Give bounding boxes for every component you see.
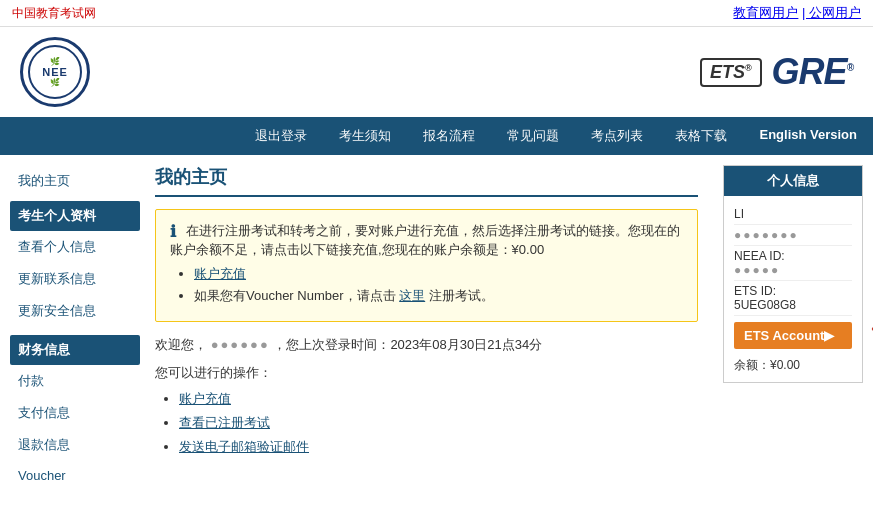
sidebar-section-personal[interactable]: 考生个人资料 xyxy=(10,201,140,231)
ops-send-email-link[interactable]: 发送电子邮箱验证邮件 xyxy=(179,439,309,454)
nav-test-centers[interactable]: 考点列表 xyxy=(575,117,659,155)
info-row-email: ●●●●●●● xyxy=(734,225,852,246)
ops-item-recharge: 账户充值 xyxy=(179,390,698,408)
logo-right: ETS® GRE® xyxy=(700,51,853,93)
sidebar-item-view-info[interactable]: 查看个人信息 xyxy=(10,231,140,263)
personal-info-body: LI ●●●●●●● NEEA ID: ●●●●● ETS ID: 5UEG08… xyxy=(724,196,862,382)
recharge-link[interactable]: 账户充值 xyxy=(194,266,246,281)
user-name-masked: ●●●●●● xyxy=(211,337,270,352)
info-box-text: 在进行注册考试和转考之前，要对账户进行充值，然后选择注册考试的链接。您现在的账户… xyxy=(170,223,680,257)
sidebar-item-payment[interactable]: 付款 xyxy=(10,365,140,397)
nav-faq[interactable]: 常见问题 xyxy=(491,117,575,155)
info-box: ℹ 在进行注册考试和转考之前，要对账户进行充值，然后选择注册考试的链接。您现在的… xyxy=(155,209,698,322)
nav-logout[interactable]: 退出登录 xyxy=(239,117,323,155)
user-name: LI xyxy=(734,207,744,221)
info-box-item-voucher: 如果您有Voucher Number，请点击 这里 注册考试。 xyxy=(194,287,683,305)
ops-view-exams-link[interactable]: 查看已注册考试 xyxy=(179,415,270,430)
ets-id-value: 5UEG08G8 xyxy=(734,298,796,312)
sidebar-item-update-security[interactable]: 更新安全信息 xyxy=(10,295,140,327)
ops-title: 您可以进行的操作： xyxy=(155,364,698,382)
page-title: 我的主页 xyxy=(155,165,698,197)
logo-area: 🌿 NEE 🌿 ETS® GRE® xyxy=(0,27,873,117)
sidebar-item-update-contact[interactable]: 更新联系信息 xyxy=(10,263,140,295)
nav-downloads[interactable]: 表格下载 xyxy=(659,117,743,155)
info-box-item-recharge: 账户充值 xyxy=(194,265,683,283)
ets-logo: ETS® xyxy=(700,58,762,87)
neea-id-masked: ●●●●● xyxy=(734,263,780,277)
info-row-name: LI xyxy=(734,204,852,225)
top-bar-links: 教育网用户 | 公网用户 xyxy=(733,4,861,22)
neea-id-label: NEEA ID: xyxy=(734,249,785,263)
ops-list: 账户充值 查看已注册考试 发送电子邮箱验证邮件 xyxy=(179,390,698,456)
sidebar-item-refund[interactable]: 退款信息 xyxy=(10,429,140,461)
info-box-list: 账户充值 如果您有Voucher Number，请点击 这里 注册考试。 xyxy=(194,265,683,305)
voucher-register-link[interactable]: 这里 xyxy=(399,288,425,303)
sidebar: 我的主页 考生个人资料 查看个人信息 更新联系信息 更新安全信息 财务信息 付款… xyxy=(0,165,140,490)
right-panel: 个人信息 LI ●●●●●●● NEEA ID: ●●●●● ETS ID: 5… xyxy=(713,165,873,490)
sidebar-section-finance[interactable]: 财务信息 xyxy=(10,335,140,365)
neea-logo: 🌿 NEE 🌿 xyxy=(20,37,90,107)
sidebar-item-home[interactable]: 我的主页 xyxy=(10,165,140,197)
info-icon: ℹ xyxy=(170,223,176,240)
ops-item-view-exams: 查看已注册考试 xyxy=(179,414,698,432)
ops-recharge-link[interactable]: 账户充值 xyxy=(179,391,231,406)
welcome-text: 欢迎您， ●●●●●● ，您上次登录时间：2023年08月30日21点34分 xyxy=(155,336,698,354)
user-email-masked: ●●●●●●● xyxy=(734,228,799,242)
site-name: 中国教育考试网 xyxy=(12,5,96,22)
balance-row: 余额：¥0.00 xyxy=(734,353,852,374)
personal-info-box: 个人信息 LI ●●●●●●● NEEA ID: ●●●●● ETS ID: 5… xyxy=(723,165,863,383)
ets-account-button[interactable]: ETS Account▶ xyxy=(734,322,852,349)
ops-item-send-email: 发送电子邮箱验证邮件 xyxy=(179,438,698,456)
sidebar-item-voucher[interactable]: Voucher xyxy=(10,461,140,490)
sidebar-item-payment-info[interactable]: 支付信息 xyxy=(10,397,140,429)
logo-left: 🌿 NEE 🌿 xyxy=(20,37,90,107)
main-layout: 我的主页 考生个人资料 查看个人信息 更新联系信息 更新安全信息 财务信息 付款… xyxy=(0,155,873,500)
top-bar: 中国教育考试网 教育网用户 | 公网用户 xyxy=(0,0,873,27)
nav-bar: 退出登录 考生须知 报名流程 常见问题 考点列表 表格下载 English Ve… xyxy=(0,117,873,155)
personal-info-header: 个人信息 xyxy=(724,166,862,196)
edu-user-link[interactable]: 教育网用户 xyxy=(733,5,798,20)
info-row-neea: NEEA ID: ●●●●● xyxy=(734,246,852,281)
info-row-ets-id: ETS ID: 5UEG08G8 xyxy=(734,281,852,316)
nav-english[interactable]: English Version xyxy=(743,117,873,155)
content-area: 我的主页 ℹ 在进行注册考试和转考之前，要对账户进行充值，然后选择注册考试的链接… xyxy=(140,165,713,490)
ets-account-wrapper: ETS Account▶ ➜ xyxy=(734,322,852,349)
public-user-link[interactable]: | 公网用户 xyxy=(802,5,861,20)
nav-registration[interactable]: 报名流程 xyxy=(407,117,491,155)
gre-logo: GRE® xyxy=(772,51,853,93)
nav-exam-notice[interactable]: 考生须知 xyxy=(323,117,407,155)
ets-id-label: ETS ID: xyxy=(734,284,776,298)
